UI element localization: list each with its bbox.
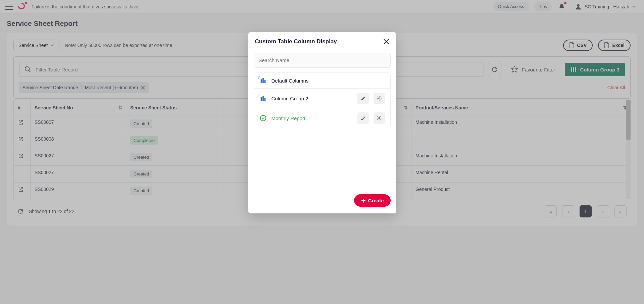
column-group-item[interactable]: 7Default Columns xyxy=(254,73,390,89)
modal-overlay[interactable]: Custom Table Column Display 7Default Col… xyxy=(0,0,644,232)
modal-close-icon[interactable] xyxy=(383,39,389,45)
edit-icon[interactable] xyxy=(357,112,369,124)
column-group-item[interactable]: 1Column Group 2 xyxy=(254,89,390,108)
modal-title: Custom Table Column Display xyxy=(255,38,337,45)
column-display-modal: Custom Table Column Display 7Default Col… xyxy=(248,32,396,213)
svg-rect-5 xyxy=(260,79,262,83)
group-count-badge: 1 xyxy=(258,93,260,97)
svg-rect-7 xyxy=(264,80,265,83)
gear-icon[interactable] xyxy=(374,93,385,104)
group-name: Column Group 2 xyxy=(271,96,353,101)
columns-icon xyxy=(259,77,267,84)
create-button[interactable]: Create xyxy=(354,194,391,207)
plus-icon xyxy=(361,198,366,203)
column-group-list: 7Default Columns1Column Group 2Monthly R… xyxy=(254,72,391,128)
svg-point-13 xyxy=(379,117,380,119)
svg-rect-9 xyxy=(262,96,264,101)
column-group-item[interactable]: Monthly Report xyxy=(254,108,390,128)
group-count-badge: 7 xyxy=(258,75,260,79)
svg-point-11 xyxy=(379,98,380,99)
group-name: Default Columns xyxy=(271,78,385,84)
gear-icon[interactable] xyxy=(374,112,385,124)
edit-icon[interactable] xyxy=(357,93,369,104)
svg-point-12 xyxy=(260,115,266,121)
columns-icon xyxy=(259,95,267,102)
modal-search-input[interactable] xyxy=(259,57,386,63)
check-circle-icon xyxy=(259,114,267,122)
modal-search[interactable] xyxy=(254,53,391,68)
svg-rect-8 xyxy=(260,97,262,101)
svg-rect-6 xyxy=(262,78,264,83)
group-name: Monthly Report xyxy=(271,115,353,121)
svg-rect-10 xyxy=(264,98,265,101)
